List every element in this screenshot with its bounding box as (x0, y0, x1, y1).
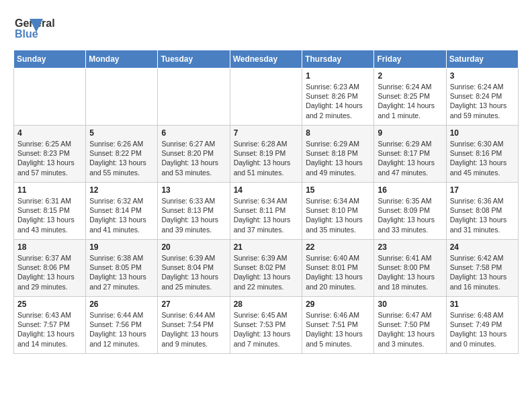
calendar-week-row: 4Sunrise: 6:25 AM Sunset: 8:23 PM Daylig… (14, 126, 519, 183)
calendar-day-cell: 11Sunrise: 6:31 AM Sunset: 8:15 PM Dayli… (14, 183, 86, 240)
day-number: 27 (161, 300, 226, 309)
day-number: 14 (234, 185, 299, 195)
day-number: 3 (450, 71, 515, 81)
calendar-week-row: 1Sunrise: 6:23 AM Sunset: 8:26 PM Daylig… (14, 68, 519, 126)
day-info: Sunrise: 6:37 AM Sunset: 8:06 PM Dayligh… (17, 253, 82, 291)
day-number: 31 (450, 300, 515, 309)
calendar-day-cell (158, 68, 230, 126)
calendar-day-cell: 13Sunrise: 6:33 AM Sunset: 8:13 PM Dayli… (158, 183, 230, 240)
calendar-day-cell: 19Sunrise: 6:38 AM Sunset: 8:05 PM Dayli… (86, 240, 158, 297)
svg-text:Blue: Blue (15, 28, 38, 40)
day-info: Sunrise: 6:44 AM Sunset: 7:54 PM Dayligh… (161, 310, 226, 349)
calendar-day-cell: 21Sunrise: 6:39 AM Sunset: 8:02 PM Dayli… (230, 240, 302, 297)
day-info: Sunrise: 6:43 AM Sunset: 7:57 PM Dayligh… (17, 310, 82, 349)
day-info: Sunrise: 6:46 AM Sunset: 7:51 PM Dayligh… (306, 310, 370, 349)
calendar-table: SundayMondayTuesdayWednesdayThursdayFrid… (13, 50, 519, 354)
calendar-day-cell: 1Sunrise: 6:23 AM Sunset: 8:26 PM Daylig… (302, 68, 374, 126)
day-number: 22 (306, 242, 370, 252)
calendar-day-cell: 25Sunrise: 6:43 AM Sunset: 7:57 PM Dayli… (14, 297, 86, 354)
page-header: General Blue (13, 13, 519, 43)
day-info: Sunrise: 6:33 AM Sunset: 8:13 PM Dayligh… (161, 196, 226, 234)
day-info: Sunrise: 6:44 AM Sunset: 7:56 PM Dayligh… (89, 310, 154, 349)
day-number: 9 (378, 128, 442, 138)
calendar-day-cell: 30Sunrise: 6:47 AM Sunset: 7:50 PM Dayli… (374, 297, 446, 354)
day-number: 19 (89, 242, 154, 252)
weekday-header-cell: Wednesday (230, 50, 302, 68)
day-info: Sunrise: 6:42 AM Sunset: 7:58 PM Dayligh… (450, 253, 515, 291)
calendar-day-cell: 6Sunrise: 6:27 AM Sunset: 8:20 PM Daylig… (158, 126, 230, 183)
weekday-header-cell: Thursday (302, 50, 374, 68)
calendar-day-cell: 31Sunrise: 6:48 AM Sunset: 7:49 PM Dayli… (446, 297, 518, 354)
day-number: 17 (450, 185, 515, 195)
weekday-header-cell: Sunday (14, 50, 86, 68)
weekday-header-cell: Saturday (446, 50, 518, 68)
day-number: 11 (17, 185, 82, 195)
calendar-day-cell (14, 68, 86, 126)
day-info: Sunrise: 6:29 AM Sunset: 8:17 PM Dayligh… (378, 139, 442, 177)
day-number: 21 (234, 242, 299, 252)
weekday-header-cell: Tuesday (158, 50, 230, 68)
calendar-day-cell: 10Sunrise: 6:30 AM Sunset: 8:16 PM Dayli… (446, 126, 518, 183)
day-number: 13 (161, 185, 226, 195)
calendar-day-cell: 17Sunrise: 6:36 AM Sunset: 8:08 PM Dayli… (446, 183, 518, 240)
calendar-day-cell: 20Sunrise: 6:39 AM Sunset: 8:04 PM Dayli… (158, 240, 230, 297)
day-number: 4 (17, 128, 82, 138)
calendar-day-cell: 16Sunrise: 6:35 AM Sunset: 8:09 PM Dayli… (374, 183, 446, 240)
calendar-day-cell: 5Sunrise: 6:26 AM Sunset: 8:22 PM Daylig… (86, 126, 158, 183)
calendar-week-row: 18Sunrise: 6:37 AM Sunset: 8:06 PM Dayli… (14, 240, 519, 297)
day-info: Sunrise: 6:39 AM Sunset: 8:02 PM Dayligh… (234, 253, 299, 291)
day-number: 29 (306, 300, 370, 309)
day-info: Sunrise: 6:39 AM Sunset: 8:04 PM Dayligh… (161, 253, 226, 291)
day-number: 30 (378, 300, 442, 309)
day-info: Sunrise: 6:35 AM Sunset: 8:09 PM Dayligh… (378, 196, 442, 234)
day-info: Sunrise: 6:23 AM Sunset: 8:26 PM Dayligh… (306, 82, 370, 120)
day-number: 1 (306, 71, 370, 81)
calendar-day-cell: 3Sunrise: 6:24 AM Sunset: 8:24 PM Daylig… (446, 68, 518, 126)
day-info: Sunrise: 6:41 AM Sunset: 8:00 PM Dayligh… (378, 253, 442, 291)
calendar-day-cell: 29Sunrise: 6:46 AM Sunset: 7:51 PM Dayli… (302, 297, 374, 354)
day-info: Sunrise: 6:28 AM Sunset: 8:19 PM Dayligh… (234, 139, 299, 177)
day-number: 8 (306, 128, 370, 138)
calendar-day-cell: 8Sunrise: 6:29 AM Sunset: 8:18 PM Daylig… (302, 126, 374, 183)
logo: General Blue (13, 13, 81, 43)
calendar-day-cell: 24Sunrise: 6:42 AM Sunset: 7:58 PM Dayli… (446, 240, 518, 297)
weekday-header-cell: Monday (86, 50, 158, 68)
day-number: 5 (89, 128, 154, 138)
day-number: 28 (234, 300, 299, 309)
calendar-day-cell: 18Sunrise: 6:37 AM Sunset: 8:06 PM Dayli… (14, 240, 86, 297)
calendar-day-cell (230, 68, 302, 126)
logo-icon: General Blue (13, 13, 43, 43)
day-number: 16 (378, 185, 442, 195)
calendar-day-cell: 28Sunrise: 6:45 AM Sunset: 7:53 PM Dayli… (230, 297, 302, 354)
day-number: 12 (89, 185, 154, 195)
day-info: Sunrise: 6:25 AM Sunset: 8:23 PM Dayligh… (17, 139, 82, 177)
day-info: Sunrise: 6:29 AM Sunset: 8:18 PM Dayligh… (306, 139, 370, 177)
day-info: Sunrise: 6:36 AM Sunset: 8:08 PM Dayligh… (450, 196, 515, 234)
calendar-day-cell: 23Sunrise: 6:41 AM Sunset: 8:00 PM Dayli… (374, 240, 446, 297)
weekday-header-cell: Friday (374, 50, 446, 68)
calendar-day-cell: 22Sunrise: 6:40 AM Sunset: 8:01 PM Dayli… (302, 240, 374, 297)
calendar-body: 1Sunrise: 6:23 AM Sunset: 8:26 PM Daylig… (14, 68, 519, 354)
day-number: 6 (161, 128, 226, 138)
day-info: Sunrise: 6:47 AM Sunset: 7:50 PM Dayligh… (378, 310, 442, 349)
day-info: Sunrise: 6:30 AM Sunset: 8:16 PM Dayligh… (450, 139, 515, 177)
calendar-day-cell: 4Sunrise: 6:25 AM Sunset: 8:23 PM Daylig… (14, 126, 86, 183)
weekday-header-row: SundayMondayTuesdayWednesdayThursdayFrid… (14, 50, 519, 68)
calendar-day-cell: 26Sunrise: 6:44 AM Sunset: 7:56 PM Dayli… (86, 297, 158, 354)
calendar-day-cell: 15Sunrise: 6:34 AM Sunset: 8:10 PM Dayli… (302, 183, 374, 240)
day-info: Sunrise: 6:45 AM Sunset: 7:53 PM Dayligh… (234, 310, 299, 349)
calendar-day-cell: 12Sunrise: 6:32 AM Sunset: 8:14 PM Dayli… (86, 183, 158, 240)
day-info: Sunrise: 6:34 AM Sunset: 8:10 PM Dayligh… (306, 196, 370, 234)
day-number: 23 (378, 242, 442, 252)
day-info: Sunrise: 6:24 AM Sunset: 8:25 PM Dayligh… (378, 82, 442, 120)
day-info: Sunrise: 6:34 AM Sunset: 8:11 PM Dayligh… (234, 196, 299, 234)
day-number: 20 (161, 242, 226, 252)
calendar-week-row: 25Sunrise: 6:43 AM Sunset: 7:57 PM Dayli… (14, 297, 519, 354)
day-info: Sunrise: 6:31 AM Sunset: 8:15 PM Dayligh… (17, 196, 82, 234)
day-info: Sunrise: 6:32 AM Sunset: 8:14 PM Dayligh… (89, 196, 154, 234)
day-number: 15 (306, 185, 370, 195)
day-info: Sunrise: 6:38 AM Sunset: 8:05 PM Dayligh… (89, 253, 154, 291)
day-number: 10 (450, 128, 515, 138)
day-number: 25 (17, 300, 82, 309)
day-info: Sunrise: 6:48 AM Sunset: 7:49 PM Dayligh… (450, 310, 515, 349)
